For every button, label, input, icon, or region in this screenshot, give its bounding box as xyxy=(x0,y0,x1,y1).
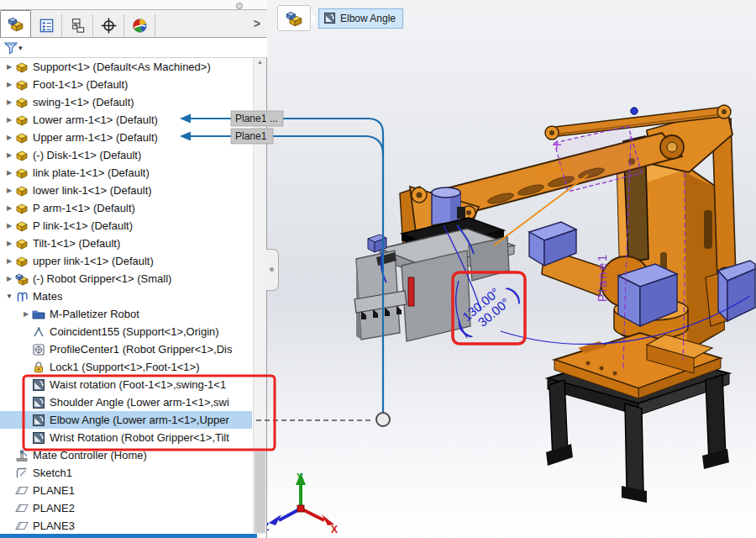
tree-item-label: Elbow Angle (Lower arm-1<1>,Upper xyxy=(50,414,229,426)
plane-icon xyxy=(15,502,29,515)
expand-arrow-icon[interactable] xyxy=(3,240,15,247)
filter-dropdown-caret-icon[interactable]: ▾ xyxy=(18,44,23,52)
tree-item[interactable]: Shoulder Angle (Lower arm-1<1>,swi xyxy=(0,393,252,411)
tree-item[interactable]: PLANE3 xyxy=(0,517,252,535)
tree-item[interactable]: link plate-1<1> (Default) xyxy=(0,164,252,182)
tree-item[interactable]: Foot-1<1> (Default) xyxy=(0,76,252,93)
tree-item[interactable]: PLANE2 xyxy=(0,499,252,517)
part-icon xyxy=(15,61,29,74)
expand-arrow-icon[interactable] xyxy=(3,98,15,106)
tree-item[interactable]: (-) Disk-1<1> (Default) xyxy=(0,146,252,164)
expand-arrow-icon[interactable] xyxy=(3,222,15,229)
display-tab[interactable] xyxy=(124,14,155,37)
mates-paperclip-icon xyxy=(15,290,29,303)
tree-item[interactable]: Lock1 (Support<1>,Foot-1<1>) xyxy=(0,358,252,376)
tab-overflow-chevron[interactable]: > xyxy=(254,17,267,30)
coincident-mate-icon xyxy=(32,325,45,339)
expand-arrow-icon[interactable] xyxy=(3,275,15,282)
tree-item-label: Support<1> (Default<As Machined>) xyxy=(33,61,211,73)
angle-mate-icon xyxy=(32,396,45,409)
plane-icon xyxy=(15,520,29,533)
tree-item-label: PLANE1 xyxy=(33,484,75,497)
part-icon xyxy=(15,219,29,233)
tree-item[interactable]: Sketch1 xyxy=(0,464,252,482)
panel-tab-bar: > xyxy=(0,10,267,38)
tree-item[interactable]: Coincident155 (Support<1>,Origin) xyxy=(0,323,252,340)
tree-item-label: ProfileCenter1 (Robot Gripper<1>,Dis xyxy=(50,343,233,356)
tree-item[interactable]: Lower arm-1<1> (Default) xyxy=(0,111,252,129)
dimxpert-tab[interactable] xyxy=(93,14,124,37)
tree-item[interactable]: PLANE1 xyxy=(0,482,252,499)
tree-item[interactable]: upper link-1<1> (Default) xyxy=(0,252,252,270)
tree-item[interactable]: lower link-1<1> (Default) xyxy=(0,182,252,199)
lock-mate-icon xyxy=(32,361,45,374)
tree-item-label: P arm-1<1> (Default) xyxy=(33,202,135,214)
filter-funnel-icon xyxy=(4,41,18,55)
part-icon xyxy=(15,166,29,180)
tree-item[interactable]: swing-1<1> (Default) xyxy=(0,93,252,111)
graphics-viewport[interactable] xyxy=(267,0,756,538)
mate-controller-icon xyxy=(15,449,29,462)
property-tab[interactable] xyxy=(31,14,62,37)
angle-mate-icon xyxy=(323,12,336,24)
tree-item-label: link plate-1<1> (Default) xyxy=(33,166,150,179)
feature-tree: Support<1> (Default<As Machined>) Foot-1… xyxy=(0,58,252,535)
expand-arrow-icon[interactable] xyxy=(3,151,15,159)
expand-arrow-icon[interactable] xyxy=(3,169,15,177)
collapse-arrow-icon[interactable] xyxy=(3,293,15,300)
profile-center-mate-icon xyxy=(32,343,45,356)
expand-arrow-icon[interactable] xyxy=(3,63,15,71)
tree-item-label: Tilt-1<1> (Default) xyxy=(33,237,120,250)
tree-item-selected[interactable]: Elbow Angle (Lower arm-1<1>,Upper xyxy=(0,411,252,429)
tree-item[interactable]: ProfileCenter1 (Robot Gripper<1>,Dis xyxy=(0,340,252,358)
plane-icon xyxy=(15,484,29,498)
expand-arrow-icon[interactable] xyxy=(3,187,15,194)
tree-scrollbar[interactable]: ▲ xyxy=(253,58,266,535)
sketch-icon xyxy=(15,467,29,480)
tree-item[interactable]: P link-1<1> (Default) xyxy=(0,217,252,235)
folder-icon xyxy=(32,308,45,321)
tree-item-mates[interactable]: Mates xyxy=(0,287,252,305)
tree-item[interactable]: Support<1> (Default<As Machined>) xyxy=(0,58,252,76)
tree-item-label: (-) Robot Gripper<1> (Small) xyxy=(33,272,171,285)
expand-arrow-icon[interactable] xyxy=(3,204,15,212)
panel-collapse-handle[interactable] xyxy=(266,249,279,291)
tree-item-label: lower link-1<1> (Default) xyxy=(33,184,152,197)
expand-arrow-icon[interactable] xyxy=(3,134,15,141)
breadcrumb-assembly-chip[interactable] xyxy=(277,5,311,31)
scrollbar-up-arrow-icon[interactable]: ▲ xyxy=(254,59,266,65)
property-manager-icon xyxy=(39,18,55,34)
tree-item[interactable]: Wrist Rotation (Robot Gripper<1>,Tilt xyxy=(0,429,252,446)
expand-arrow-icon[interactable] xyxy=(3,81,15,88)
expand-arrow-icon[interactable] xyxy=(20,310,32,318)
features-tab[interactable] xyxy=(0,10,31,37)
solidworks-window: Plane1 Plane1 ( 130.00° 30.00° ) Y X xyxy=(0,0,756,538)
configuration-tab[interactable] xyxy=(62,14,93,37)
part-icon xyxy=(15,96,29,109)
tree-item-label: PLANE2 xyxy=(33,502,75,514)
expand-arrow-icon[interactable] xyxy=(3,257,15,265)
tree-item[interactable]: (-) Robot Gripper<1> (Small) xyxy=(0,270,252,287)
tree-item-label: Mate Controller (Home) xyxy=(33,449,147,462)
tree-item-label: M-Palletizer Robot xyxy=(50,308,139,320)
tree-item-label: PLANE3 xyxy=(33,520,75,532)
part-icon xyxy=(15,131,29,145)
tree-item[interactable]: P arm-1<1> (Default) xyxy=(0,199,252,217)
tree-item[interactable]: M-Palletizer Robot xyxy=(0,305,252,323)
tree-filter-bar[interactable]: ▾ xyxy=(0,38,267,58)
tree-item[interactable]: Tilt-1<1> (Default) xyxy=(0,235,252,252)
part-icon xyxy=(15,202,29,215)
tree-item-label: Foot-1<1> (Default) xyxy=(33,78,128,91)
part-icon xyxy=(15,237,29,251)
tree-item-label: Coincident155 (Support<1>,Origin) xyxy=(50,325,219,338)
configuration-manager-icon xyxy=(70,18,86,34)
tree-item[interactable]: Upper arm-1<1> (Default) xyxy=(0,129,252,146)
part-icon xyxy=(15,78,29,92)
panel-top-splitter[interactable] xyxy=(0,0,267,10)
tree-item-label: Wrist Rotation (Robot Gripper<1>,Tilt xyxy=(50,431,229,444)
tree-item[interactable]: Mate Controller (Home) xyxy=(0,446,252,464)
expand-arrow-icon[interactable] xyxy=(3,116,15,124)
scrollbar-thumb[interactable] xyxy=(255,451,265,533)
breadcrumb-mate-chip[interactable]: Elbow Angle xyxy=(318,8,403,29)
tree-item[interactable]: Waist rotation (Foot-1<1>,swing-1<1 xyxy=(0,376,252,393)
